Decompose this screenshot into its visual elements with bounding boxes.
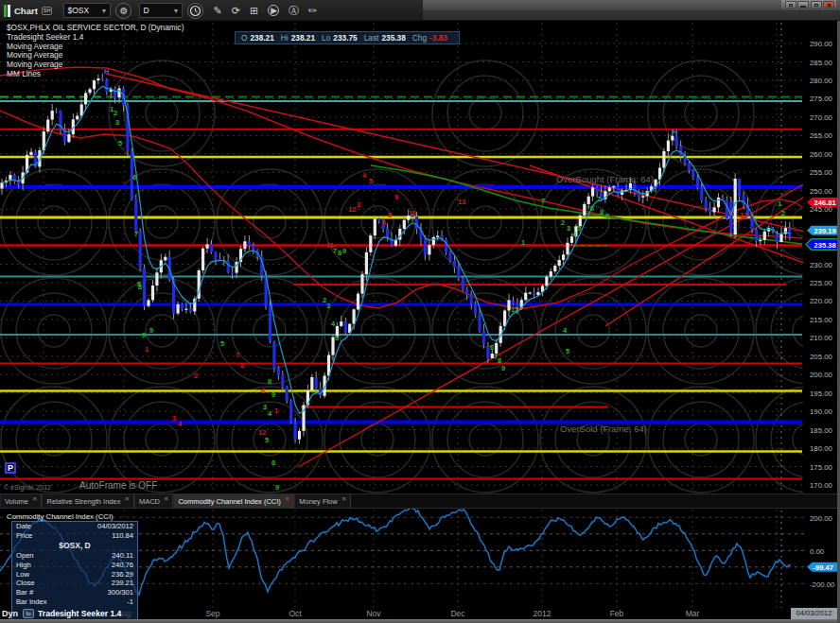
svg-text:290.00: 290.00: [810, 40, 833, 48]
svg-text:175.00: 175.00: [810, 463, 833, 472]
svg-text:275.00: 275.00: [810, 95, 833, 103]
svg-text:1: 1: [521, 238, 525, 247]
svg-text:8: 8: [388, 211, 392, 219]
svg-text:4: 4: [362, 171, 367, 180]
svg-text:8: 8: [137, 280, 141, 288]
svg-text:9: 9: [271, 390, 275, 399]
svg-text:-200.00: -200.00: [810, 580, 835, 589]
svg-text:0.00: 0.00: [810, 547, 825, 556]
svg-text:6: 6: [261, 387, 265, 395]
svg-text:Feb: Feb: [610, 609, 624, 618]
svg-text:H: H: [673, 128, 677, 136]
svg-text:239.19: 239.19: [814, 227, 836, 235]
svg-text:285.00: 285.00: [810, 59, 833, 67]
svg-text:265.00: 265.00: [810, 131, 833, 140]
svg-text:225.00: 225.00: [810, 279, 833, 287]
svg-text:280.00: 280.00: [810, 77, 833, 85]
svg-text:195.00: 195.00: [810, 389, 833, 398]
svg-text:185.00: 185.00: [810, 426, 833, 435]
svg-text:-99.47: -99.47: [814, 563, 834, 572]
svg-text:1: 1: [778, 199, 781, 208]
svg-text:3: 3: [357, 200, 360, 209]
svg-text:6: 6: [590, 204, 594, 213]
svg-text:5: 5: [220, 339, 224, 348]
svg-text:200.00: 200.00: [810, 514, 833, 523]
svg-text:9: 9: [275, 483, 279, 492]
svg-text:Nov: Nov: [366, 609, 381, 618]
svg-text:3: 3: [263, 403, 267, 411]
svg-text:8: 8: [338, 249, 341, 257]
svg-text:8: 8: [240, 361, 244, 370]
svg-text:7: 7: [597, 195, 601, 203]
svg-text:3: 3: [326, 302, 330, 310]
svg-text:9: 9: [142, 331, 146, 339]
svg-text:260.00: 260.00: [810, 150, 833, 159]
svg-text:9: 9: [149, 326, 153, 335]
svg-text:220.00: 220.00: [810, 297, 833, 305]
svg-text:270.00: 270.00: [810, 113, 833, 122]
svg-text:9: 9: [501, 364, 505, 372]
svg-text:13: 13: [458, 198, 465, 206]
svg-text:12: 12: [511, 305, 518, 314]
svg-text:2: 2: [561, 218, 565, 227]
svg-text:190.00: 190.00: [810, 407, 833, 416]
svg-text:7: 7: [236, 351, 239, 359]
svg-text:9: 9: [605, 212, 609, 220]
svg-text:5: 5: [369, 177, 373, 185]
svg-text:7: 7: [333, 247, 337, 255]
svg-text:1: 1: [145, 345, 149, 354]
svg-text:9: 9: [394, 193, 398, 201]
svg-text:Dec: Dec: [450, 609, 465, 618]
svg-text:9: 9: [342, 247, 346, 255]
svg-text:235.38: 235.38: [814, 241, 836, 250]
svg-text:2: 2: [781, 209, 785, 217]
svg-text:5: 5: [265, 436, 269, 444]
svg-text:Oct: Oct: [289, 609, 302, 618]
svg-text:250.00: 250.00: [810, 187, 833, 196]
svg-text:Sep: Sep: [205, 609, 219, 618]
svg-text:230.00: 230.00: [810, 261, 833, 269]
svg-text:246.81: 246.81: [814, 199, 837, 207]
svg-text:8: 8: [600, 208, 604, 216]
svg-text:5: 5: [566, 347, 569, 355]
svg-text:210.00: 210.00: [810, 334, 833, 342]
svg-text:2: 2: [194, 372, 198, 380]
svg-text:7: 7: [134, 230, 138, 238]
svg-text:5: 5: [577, 224, 581, 233]
svg-text:2012: 2012: [534, 609, 551, 618]
svg-text:5: 5: [118, 139, 122, 147]
svg-text:205.00: 205.00: [810, 353, 833, 361]
svg-text:4: 4: [331, 320, 336, 328]
svg-text:2: 2: [114, 109, 117, 117]
svg-text:255.00: 255.00: [810, 168, 833, 177]
svg-text:6: 6: [382, 218, 386, 227]
svg-text:8: 8: [271, 459, 275, 467]
svg-text:↓: ↓: [455, 194, 459, 202]
svg-text:6: 6: [132, 173, 136, 182]
svg-text:200.00: 200.00: [810, 371, 833, 379]
svg-text:4: 4: [268, 409, 272, 418]
svg-text:215.00: 215.00: [810, 316, 833, 324]
svg-text:170.00: 170.00: [810, 481, 833, 490]
svg-text:6: 6: [490, 343, 494, 352]
svg-text:3: 3: [172, 414, 176, 423]
svg-text:12: 12: [348, 205, 356, 214]
svg-text:4: 4: [563, 326, 568, 335]
svg-text:7: 7: [541, 197, 545, 205]
svg-text:10: 10: [409, 209, 416, 217]
svg-text:3: 3: [567, 224, 570, 233]
svg-text:180.00: 180.00: [810, 444, 833, 453]
svg-text:3: 3: [115, 118, 119, 127]
svg-text:8: 8: [268, 377, 271, 386]
svg-text:5: 5: [335, 334, 339, 342]
svg-text:1: 1: [274, 407, 278, 415]
svg-text:Mar: Mar: [686, 609, 700, 618]
svg-text:12: 12: [740, 211, 747, 219]
